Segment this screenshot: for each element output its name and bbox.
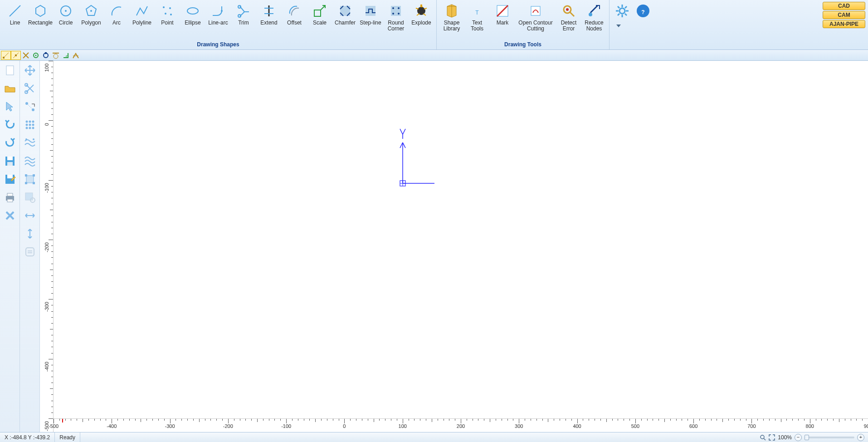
dim-h-button[interactable] [22,208,38,223]
rect-gear-button[interactable] [22,190,38,205]
snap-tangent-button[interactable] [51,51,61,60]
trim-button[interactable]: Trim [231,2,256,33]
cut-button[interactable] [22,81,38,96]
reducenodes-button[interactable]: Reduce Nodes [582,2,606,33]
undo-button[interactable] [2,117,18,133]
ellipse-button[interactable]: Ellipse [180,2,205,33]
svg-text:T: T [475,10,479,16]
extend-button[interactable]: Extend [257,2,281,33]
svg-point-7 [170,14,172,15]
opencontour-button[interactable]: Open Contour Cutting [516,2,556,33]
mode-tab-ajan-pipe[interactable]: AJAN-PIPE [823,20,865,28]
svg-point-11 [238,15,241,17]
snap-midpoint-button[interactable] [11,51,21,60]
left-toolbar-a [0,61,20,432]
rectangle-button[interactable]: Rectangle [28,2,53,33]
svg-point-52 [54,54,58,59]
redo-button[interactable] [2,135,18,151]
chamfer-button[interactable]: Chamfer [333,2,357,33]
saveas-button[interactable] [2,172,18,187]
ruler-vertical: -500-400-300-200-1000100 [40,61,54,432]
arc-button[interactable]: Arc [104,2,129,33]
save-button[interactable] [2,153,18,169]
mode-tab-cam[interactable]: CAM [823,11,865,19]
svg-point-8 [187,8,198,14]
ribbon-btn-label: Line-arc [208,20,228,32]
wave2-button[interactable] [22,153,38,169]
mode-tab-cad[interactable]: CAD [823,2,865,10]
snap-center-button[interactable] [31,51,41,60]
zoom-out-button[interactable]: − [795,434,802,441]
offset-button[interactable]: Offset [282,2,307,33]
svg-point-75 [25,127,28,129]
snap-nearest-button[interactable] [71,51,81,60]
zoom-in-button[interactable]: + [857,434,864,441]
zoom-label: 100% [778,434,792,441]
svg-point-19 [392,7,394,9]
svg-point-21 [392,13,394,15]
ribbon-group-shapes: LineRectangleCirclePolygonArcPolylinePoi… [0,0,437,49]
dim-v-icon [24,227,36,240]
node-button[interactable] [22,99,38,114]
line-button[interactable]: Line [3,2,27,33]
snap-intersection-button[interactable] [21,51,31,60]
status-state: Ready [55,432,80,442]
snap-quadrant-button[interactable] [41,51,51,60]
svg-point-69 [25,121,28,123]
linearc-button[interactable]: Line-arc [206,2,230,33]
polyline-button[interactable]: Polyline [130,2,154,33]
rect-handles-button[interactable] [22,172,38,187]
ruler-v-label: 100 [44,64,49,72]
wave-button[interactable] [22,135,38,151]
swap-button[interactable] [22,244,38,260]
move-button[interactable] [22,63,38,78]
roundcorner-button[interactable]: Round Corner [384,2,408,33]
new-button[interactable] [2,63,18,78]
grid-button[interactable] [22,117,38,133]
zoom-search-icon[interactable] [760,434,766,441]
svg-point-79 [33,138,34,140]
svg-rect-59 [7,162,13,166]
ruler-v-label: 0 [44,123,49,126]
svg-rect-82 [33,174,35,177]
delete-button[interactable] [2,208,18,223]
chamfer-icon [337,3,353,19]
polygon-icon [83,3,99,19]
svg-rect-24 [420,5,422,7]
ruler-h-label: -200 [223,423,233,429]
ruler-h-label: -400 [107,423,117,429]
ribbon-btn-label: Explode [411,20,431,32]
print-button[interactable] [2,190,18,205]
snap-endpoint-icon [2,52,10,59]
snap-endpoint-button[interactable] [1,51,11,60]
shapelib-button[interactable]: Shape Library [439,2,464,33]
zoom-fit-icon[interactable] [769,434,775,441]
help-button[interactable]: ? [633,2,653,20]
open-button[interactable] [2,81,18,96]
point-button[interactable]: Point [155,2,180,33]
explode-button[interactable]: Explode [409,2,434,33]
mark-button[interactable]: Mark [490,2,515,33]
polygon-button[interactable]: Polygon [79,2,103,33]
detecterror-button[interactable]: Detect Error [556,2,581,33]
circle-button[interactable]: Circle [54,2,78,33]
ruler-h-label: 200 [457,423,465,429]
drawing-canvas[interactable]: -500-400-300-200-10001002003004005006007… [54,61,868,432]
zoom-slider[interactable] [805,437,854,438]
snap-perpendicular-button[interactable] [61,51,71,60]
redo-icon [4,137,16,149]
arc-icon [108,3,125,19]
offset-icon [286,3,302,19]
dim-v-button[interactable] [22,226,38,241]
scale-button[interactable]: Scale [307,2,332,33]
ribbon-extras-dropdown[interactable] [612,25,625,27]
select-button[interactable] [2,99,18,114]
svg-line-38 [618,6,619,8]
undo-icon [4,118,16,131]
settings-button[interactable] [612,2,632,20]
ribbon-group-tools: Shape LibraryTText ToolsMarkOpen Contour… [437,0,610,49]
status-coords: X :-484.8 Y :-439.2 [0,432,55,442]
svg-point-5 [169,7,171,9]
texttools-button[interactable]: TText Tools [465,2,489,33]
stepline-button[interactable]: Step-line [358,2,383,33]
